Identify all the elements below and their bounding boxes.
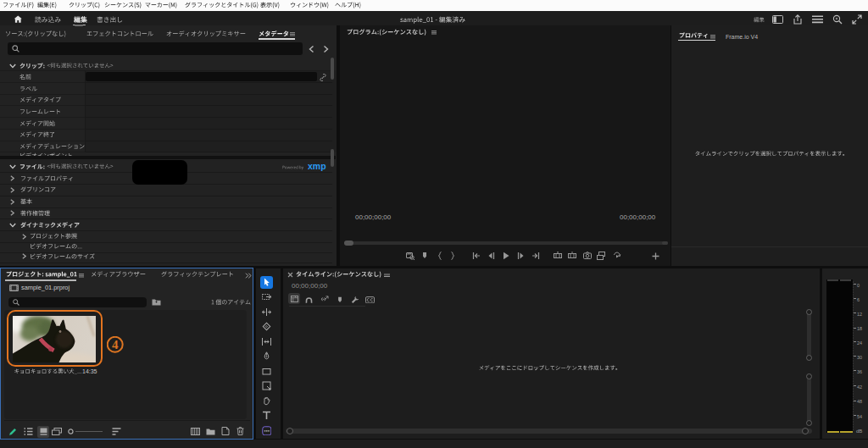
- svg-text:4: 4: [112, 338, 119, 351]
